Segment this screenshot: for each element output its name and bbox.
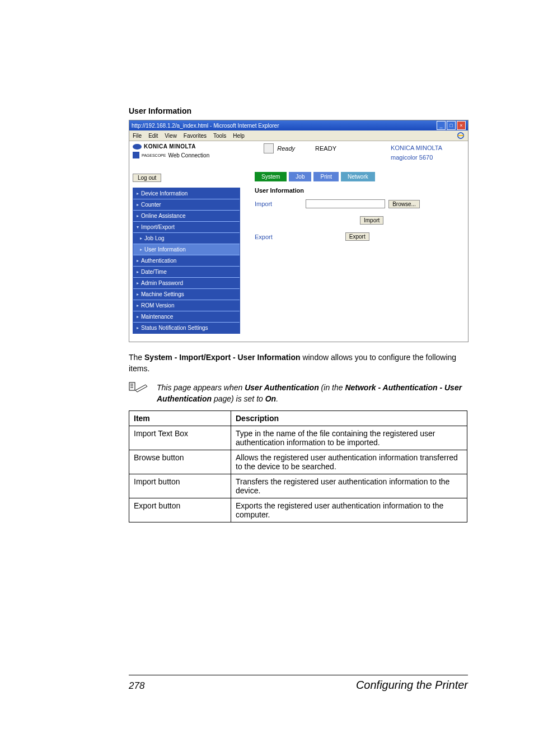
minimize-icon[interactable]: _ [437,121,446,130]
sidebar-item-status-notification[interactable]: ▸Status Notification Settings [133,323,240,333]
sidebar-item-import-export[interactable]: ▾Import/Export [133,222,240,233]
export-row: Export Export [255,232,465,241]
sidebar-item-date-time[interactable]: ▸Date/Time [133,267,240,278]
pagescope-icon [133,152,139,158]
window-title-bar: http://192.168.1.2/a_index.html - Micros… [129,120,468,130]
import-file-input[interactable] [306,199,385,208]
brand-block: KONICA MINOLTA PAGESCOPE Web Connection [133,143,209,158]
page-footer: 278 Configuring the Printer [129,675,468,692]
brand-logo-icon [133,144,142,150]
cell-item: Browse button [129,450,231,474]
export-label: Export [255,234,273,240]
caret-icon: ▸ [137,213,139,218]
tab-job[interactable]: Job [289,172,311,181]
footer-page-number: 278 [129,680,144,692]
info-table: Item Description Import Text Box Type in… [129,410,467,522]
note-mid-1: (in the [319,383,345,392]
body-text-pre: The [129,353,144,362]
logout-button[interactable]: Log out [133,174,161,182]
maximize-icon[interactable]: □ [447,121,456,130]
status-center: Ready READY [264,143,336,153]
status-right: KONICA MINOLTA magicolor 5670 [391,143,442,162]
caret-icon: ▸ [137,202,139,207]
tab-network[interactable]: Network [341,172,375,181]
caret-icon: ▸ [137,269,139,274]
caret-icon: ▸ [137,191,139,196]
sidebar-item-admin-password[interactable]: ▸Admin Password [133,278,240,289]
sidebar-item-label: Maintenance [141,314,173,320]
sidebar-item-machine-settings[interactable]: ▸Machine Settings [133,289,240,300]
sidebar-item-label: Device Information [141,190,188,197]
export-button[interactable]: Export [345,232,369,241]
sidebar-item-label: Counter [141,202,161,208]
sidebar-item-label: Import/Export [141,224,175,230]
main-pane: System Job Print Network User Informatio… [240,172,465,334]
table-header-row: Item Description [129,410,467,426]
pagescope-suffix: Web Connection [168,152,209,158]
browse-button[interactable]: Browse... [388,200,420,208]
sidebar: Log out ▸Device Information ▸Counter ▸On… [133,172,240,334]
note-mid-2: page) is set to [212,394,265,403]
table-row: Browse button Allows the registered user… [129,450,467,474]
menu-favorites[interactable]: Favorites [184,133,207,139]
sidebar-item-label: User Information [144,246,186,253]
cell-desc: Type in the name of the file containing … [231,426,467,450]
note-icon [129,382,148,393]
status-big: READY [315,145,336,152]
sidebar-item-label: Machine Settings [141,291,184,297]
note-bold-1: User Authentication [245,383,319,392]
caret-icon: ▸ [137,292,139,297]
page-header: KONICA MINOLTA PAGESCOPE Web Connection … [133,143,465,162]
sidebar-item-user-information[interactable]: ▸User Information [133,244,240,255]
caret-icon: ▸ [137,325,139,330]
menu-help[interactable]: Help [233,133,245,139]
body-text-bold: System - Import/Export - User Informatio… [144,353,300,362]
import-button[interactable]: Import [360,216,383,225]
import-row: Import Browse... [255,199,465,208]
import-label: Import [255,200,272,207]
footer-section-title: Configuring the Printer [356,679,468,692]
screenshot-window: http://192.168.1.2/a_index.html - Micros… [129,120,469,342]
window-controls: _ □ × [437,121,466,130]
sidebar-item-online-assistance[interactable]: ▸Online Assistance [133,211,240,222]
menu-edit[interactable]: Edit [148,133,158,139]
sidebar-item-job-log[interactable]: ▸Job Log [133,233,240,244]
cell-item: Export button [129,498,231,522]
menu-tools[interactable]: Tools [213,133,226,139]
sidebar-item-label: ROM Version [141,302,174,309]
note-block: This page appears when User Authenticati… [129,382,467,405]
sidebar-item-rom-version[interactable]: ▸ROM Version [133,300,240,311]
menu-view[interactable]: View [165,133,177,139]
th-description: Description [231,410,467,426]
pagescope-prefix: PAGESCOPE [142,153,166,157]
sidebar-item-counter[interactable]: ▸Counter [133,199,240,211]
note-post: . [276,394,278,403]
caret-icon: ▸ [137,314,139,319]
caret-icon: ▸ [140,247,142,252]
sidebar-item-label: Online Assistance [141,213,186,219]
status-word: Ready [277,145,295,152]
cell-desc: Exports the registered user authenticati… [231,498,467,522]
tab-system[interactable]: System [255,172,287,181]
sidebar-item-label: Admin Password [141,280,183,286]
cell-desc: Allows the registered user authenticatio… [231,450,467,474]
sidebar-item-device-information[interactable]: ▸Device Information [133,188,240,199]
brand-name: KONICA MINOLTA [144,143,196,150]
sidebar-item-label: Authentication [141,258,176,264]
section-heading: User Information [129,106,468,115]
svg-rect-0 [129,382,135,390]
tabs: System Job Print Network [255,172,465,181]
note-pre: This page appears when [157,383,245,392]
browser-menu-bar: File Edit View Favorites Tools Help [129,130,468,141]
menu-file[interactable]: File [133,133,142,139]
caret-icon: ▸ [137,258,139,263]
th-item: Item [129,410,231,426]
close-icon[interactable]: × [457,121,466,130]
model-brand: KONICA MINOLTA [391,143,442,153]
tab-print[interactable]: Print [313,172,339,181]
sidebar-item-maintenance[interactable]: ▸Maintenance [133,311,240,323]
page-content: KONICA MINOLTA PAGESCOPE Web Connection … [129,141,468,342]
sidebar-item-authentication[interactable]: ▸Authentication [133,255,240,267]
table-row: Import Text Box Type in the name of the … [129,426,467,450]
caret-icon: ▸ [137,303,139,308]
